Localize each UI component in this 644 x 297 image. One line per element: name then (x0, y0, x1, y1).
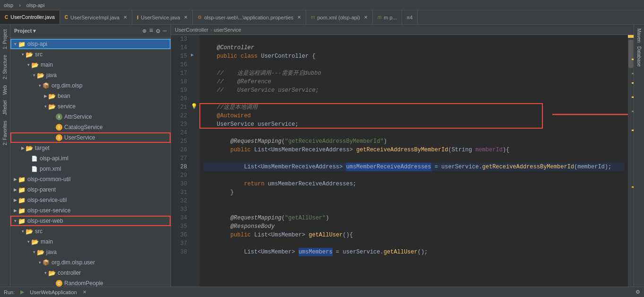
tree-item-main2[interactable]: ▾ 📂 main (10, 236, 171, 247)
tab-database[interactable]: Database (635, 44, 643, 69)
code-line-23: UserService userService; (203, 120, 624, 129)
code-line-34: @RequestMapping ( "getAllUser" ) (203, 214, 624, 222)
tree-item-service-util[interactable]: ▶ 📁 olsp-service-util (10, 195, 171, 205)
tree-label: target (35, 145, 50, 151)
tree-item-controller[interactable]: ▾ 📂 controller (10, 268, 171, 278)
folder-icon: 📁 (18, 186, 26, 193)
tree-item-src2[interactable]: ▾ 📂 src (10, 226, 171, 236)
tree-item-random-people[interactable]: C RandomPeople (10, 278, 171, 287)
folder-icon: 📂 (48, 270, 56, 277)
run-label: Run: (4, 289, 15, 295)
arrow-icon: ▾ (20, 229, 26, 234)
tab-close-icon[interactable]: ✕ (297, 15, 301, 20)
scrollbar-marker-2 (632, 73, 634, 74)
scrollbar-marker-1 (632, 59, 634, 60)
tab-count-label: ≡4 (407, 15, 413, 20)
tree-item-user-svc[interactable]: ▶ 📁 olsp-user-service (10, 205, 171, 216)
editor-area: UserController › userService 13 14 15 16… (171, 25, 634, 287)
tree-item-common-util[interactable]: ▶ 📁 olsp-common-util (10, 174, 171, 184)
editor-scrollbar[interactable] (628, 35, 634, 287)
tab-web[interactable]: Web (1, 82, 9, 97)
tab-user-service[interactable]: I UserService.java ✕ (132, 10, 193, 24)
tree-item-bean[interactable]: ▶ 📂 bean (10, 91, 171, 101)
tab-maven[interactable]: Maven (635, 26, 643, 44)
tab-user-controller[interactable]: C UserController.java (0, 10, 60, 24)
tree-item-java[interactable]: ▾ 📂 java (10, 70, 171, 80)
code-line-14: @Controller (203, 44, 624, 52)
tab-close-icon[interactable]: ✕ (123, 15, 127, 20)
folder-icon: 📂 (26, 51, 33, 58)
tree-label: olsp-parent (27, 186, 56, 193)
collapse-icon[interactable]: ≡ (149, 27, 153, 35)
scrollbar-thumb[interactable] (628, 40, 633, 68)
settings-icon[interactable]: ⚙ (156, 27, 160, 35)
java-src-icon: 📂 (37, 249, 44, 256)
tab-user-service-impl[interactable]: C UserServiceImpl.java ✕ (60, 10, 132, 24)
code-line-31: } (203, 188, 624, 197)
code-line-13 (203, 35, 624, 44)
scrollbar-marker-6 (632, 130, 634, 131)
tab-bar: C UserController.java C UserServiceImpl.… (0, 10, 644, 25)
code-line-21: //这是本地调用 (203, 103, 624, 112)
java-icon: C (65, 15, 68, 20)
scrollbar-marker-4 (632, 96, 634, 98)
tree-item-olsp-api[interactable]: ▾ 📁 olsp-api (10, 39, 171, 49)
minimize-icon[interactable]: — (163, 27, 167, 35)
tree-label: java (46, 249, 57, 255)
tree-item-pom[interactable]: 📄 pom.xml (10, 164, 171, 174)
tree-item-service[interactable]: ▾ 📂 service (10, 101, 171, 112)
tab-project[interactable]: 1: Project (1, 26, 9, 52)
tree-item-user-service[interactable]: I UserService (10, 132, 171, 143)
tree-item-iml[interactable]: 📄 olsp-api.iml (10, 153, 171, 164)
tree-item-attr-service[interactable]: I AttrService (10, 112, 171, 122)
tree-label: bean (58, 93, 70, 99)
interface-icon: I (56, 134, 62, 141)
locate-icon[interactable]: ⊕ (142, 27, 146, 35)
scrollbar-top-marker (628, 35, 634, 38)
interface-icon: I (137, 15, 138, 20)
tree-label: olsp-api (27, 41, 47, 47)
code-content[interactable]: @Controller public class UserController … (199, 35, 628, 287)
tab-close-icon[interactable]: ✕ (364, 15, 368, 20)
tree-item-parent[interactable]: ▶ 📁 olsp-parent (10, 184, 171, 195)
tab-application-props[interactable]: ⚙ olsp-user-web\...\application.properti… (193, 10, 306, 24)
tree-item-java2[interactable]: ▾ 📂 java (10, 247, 171, 257)
tree-item-user-web[interactable]: ▾ 📁 olsp-user-web (10, 216, 171, 226)
tree-item-org-dim-olsp-user[interactable]: ▾ 📦 org.dim.olsp.user (10, 257, 171, 268)
sidebar-header: Project ▾ ⊕ ≡ ⚙ — (10, 25, 171, 38)
sidebar-title: Project ▾ (14, 28, 36, 34)
tab-close-icon[interactable]: ✕ (184, 15, 188, 20)
tree-item-catalog-service[interactable]: I CatalogService (10, 122, 171, 132)
tab-label: olsp-user-web\...\application.properties (204, 15, 293, 20)
arrow-icon: ▶ (12, 198, 18, 202)
tree-label: RandomPeople (64, 280, 103, 287)
tab-pom-xml[interactable]: m pom.xml (olsp-api) ✕ (306, 10, 373, 24)
tree-label: service (58, 103, 76, 110)
tree-label: org.dim.olsp (52, 82, 82, 89)
java-icon: C (5, 15, 8, 20)
bottom-actions: ⚙ (635, 289, 640, 295)
settings-icon[interactable]: ⚙ (635, 289, 640, 295)
tree-label: src (35, 228, 43, 235)
project-tree: ▾ 📁 olsp-api ▾ 📂 src ▾ 📂 main ▾ 📂 java (10, 38, 171, 287)
tab-jrebel[interactable]: JRebel (1, 97, 9, 118)
tree-item-target[interactable]: ▶ 📂 target (10, 143, 171, 153)
tab-favorites[interactable]: 2: Favorites (1, 118, 9, 148)
breadcrumb-controller: UserController (175, 27, 208, 33)
interface-icon: I (56, 114, 62, 120)
bulb-icon[interactable]: 💡 (191, 103, 197, 109)
arrow-icon: ▾ (37, 83, 43, 88)
tab-structure[interactable]: 2: Structure (1, 52, 9, 82)
tree-item-src[interactable]: ▾ 📂 src (10, 49, 171, 60)
arrow-icon: ▾ (20, 52, 26, 57)
code-line-33 (203, 205, 624, 214)
tab-count[interactable]: ≡4 (402, 10, 418, 24)
tree-item-main[interactable]: ▾ 📂 main (10, 60, 171, 70)
run-close-icon[interactable]: ✕ (83, 289, 86, 295)
arrow-icon: ▾ (26, 239, 31, 244)
tree-item-org-dim-olsp[interactable]: ▾ 📦 org.dim.olsp (10, 80, 171, 91)
arrow-icon: ▶ (12, 187, 18, 192)
tab-pom2[interactable]: m m p... (373, 10, 402, 24)
code-line-16 (203, 61, 624, 69)
tab-label: UserService.java (141, 15, 180, 20)
